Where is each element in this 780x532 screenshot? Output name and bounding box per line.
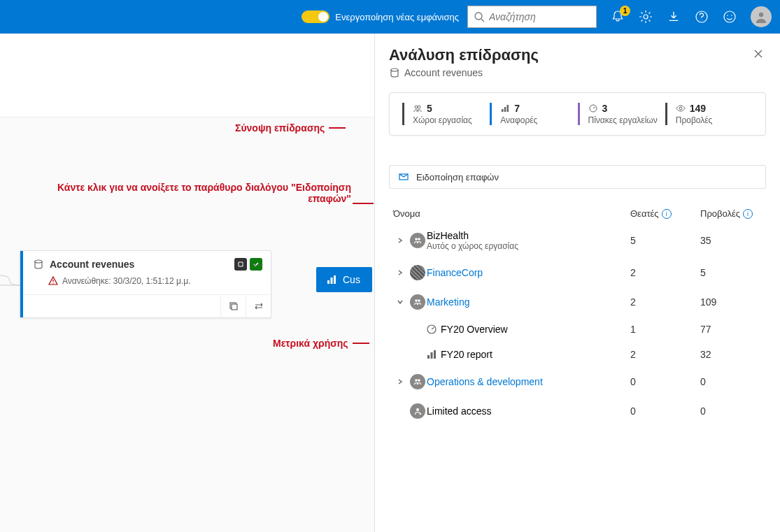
svg-point-23	[679, 107, 682, 110]
search-icon	[474, 11, 485, 22]
row-viewers: 0	[630, 376, 700, 387]
info-icon[interactable]: i	[662, 209, 672, 219]
row-icon	[409, 374, 427, 389]
row-views: 109	[700, 296, 763, 308]
svg-rect-31	[431, 352, 433, 359]
lineage-canvas: Account revenues ··· Ανανεώθηκε: 30/3/20…	[0, 34, 374, 532]
row-viewers: 5	[630, 235, 700, 246]
search-input[interactable]	[489, 11, 590, 22]
info-icon[interactable]: i	[743, 209, 753, 219]
connector-line	[0, 273, 20, 287]
svg-point-26	[418, 238, 420, 240]
svg-point-2	[644, 15, 648, 19]
svg-point-0	[475, 13, 482, 20]
annotation-summary: Σύνοψη επίδρασης	[235, 122, 346, 134]
svg-point-5	[727, 15, 728, 16]
svg-rect-15	[334, 275, 336, 284]
svg-point-8	[35, 260, 42, 263]
row-icon	[423, 324, 441, 335]
row-name: FY20 report	[441, 349, 630, 360]
header-right: 1	[605, 6, 772, 27]
svg-rect-20	[504, 107, 506, 112]
table-row[interactable]: FY20 Overview177	[389, 317, 766, 342]
impact-analysis-panel: Ανάλυση επίδρασης Account revenues 5 Χώρ…	[374, 34, 780, 532]
dashboard-icon	[588, 103, 598, 113]
svg-point-7	[759, 13, 763, 17]
row-viewers: 2	[630, 349, 700, 360]
col-views-header: Προβολέςi	[700, 208, 763, 219]
summary-workspaces: 5 Χώροι εργασίας	[402, 103, 490, 125]
feedback-button[interactable]	[723, 10, 737, 24]
col-name-header: Όνομα	[392, 208, 630, 219]
table-row[interactable]: BizHealthΑυτός ο χώρος εργασίας535	[389, 223, 766, 258]
table-row[interactable]: Marketing2109	[389, 287, 766, 317]
new-look-toggle-wrap: Ενεργοποίηση νέας εμφάνισης	[302, 10, 459, 23]
person-icon	[754, 10, 768, 24]
dataset-card[interactable]: Account revenues ··· Ανανεώθηκε: 30/3/20…	[20, 250, 271, 318]
svg-rect-13	[327, 280, 329, 284]
download-icon	[667, 10, 680, 23]
row-views: 32	[700, 349, 763, 360]
panel-title: Ανάλυση επίδρασης	[389, 46, 539, 64]
col-viewers-header: Θεατέςi	[630, 208, 700, 219]
annotation-metrics: Μετρικά χρήσης	[273, 338, 369, 349]
row-icon	[409, 403, 427, 419]
gear-icon	[639, 10, 653, 24]
expand-chevron[interactable]	[392, 378, 409, 386]
close-button[interactable]	[751, 46, 766, 64]
settings-button[interactable]	[639, 10, 653, 24]
row-views: 35	[700, 235, 763, 246]
svg-point-27	[415, 299, 418, 302]
search-box[interactable]	[467, 6, 597, 28]
row-viewers: 1	[630, 324, 700, 335]
summary-views: 149 Προβολές	[665, 103, 753, 125]
main-area: Account revenues ··· Ανανεώθηκε: 30/3/20…	[0, 34, 780, 532]
expand-chevron[interactable]	[392, 236, 409, 245]
row-name[interactable]: Marketing	[427, 296, 630, 308]
svg-rect-32	[434, 350, 436, 359]
row-icon	[423, 349, 441, 360]
card-footer-copy[interactable]	[220, 295, 246, 317]
card-more-button[interactable]: ···	[253, 258, 264, 271]
report-preview-card[interactable]: Cus	[316, 267, 372, 292]
notify-contacts-button[interactable]: Ειδοποίηση επαφών	[389, 165, 766, 189]
svg-line-1	[481, 19, 484, 22]
table-row[interactable]: FY20 report232	[389, 342, 766, 367]
impact-summary: 5 Χώροι εργασίας 7 Αναφορές 3 Πίνακες ερ…	[389, 92, 766, 136]
svg-rect-30	[427, 355, 430, 359]
help-button[interactable]	[695, 10, 709, 24]
notifications-button[interactable]: 1	[611, 10, 625, 24]
row-name[interactable]: Operations & development	[427, 376, 630, 387]
user-avatar[interactable]	[751, 6, 772, 27]
header-left: Ενεργοποίηση νέας εμφάνισης	[8, 6, 605, 28]
smile-icon	[723, 10, 737, 24]
download-button[interactable]	[667, 10, 681, 24]
svg-rect-12	[232, 304, 237, 310]
panel-subtitle: Account revenues	[389, 67, 539, 78]
report-icon	[500, 103, 510, 113]
summary-reports: 7 Αναφορές	[490, 103, 577, 125]
row-name[interactable]: FinanceCorp	[427, 267, 630, 278]
dataset-icon	[33, 259, 44, 270]
mail-icon	[398, 171, 409, 182]
table-row[interactable]: Limited access00	[389, 396, 766, 426]
table-row[interactable]: FinanceCorp25	[389, 258, 766, 287]
row-viewers: 0	[630, 405, 700, 417]
svg-point-10	[52, 282, 53, 283]
close-icon	[753, 49, 763, 59]
new-look-toggle[interactable]	[302, 10, 329, 23]
expand-chevron[interactable]	[392, 298, 409, 306]
card-refresh-info: Ανανεώθηκε: 30/3/20, 1:51:12 μ.μ.	[20, 273, 271, 294]
table-header: Όνομα Θεατέςi Προβολέςi	[389, 204, 766, 223]
svg-rect-19	[502, 109, 504, 112]
row-viewers: 2	[630, 296, 700, 308]
svg-rect-14	[331, 278, 333, 284]
bar-chart-icon	[326, 274, 337, 285]
row-views: 0	[700, 405, 763, 417]
dataset-card-title: Account revenues	[50, 259, 229, 270]
table-row[interactable]: Operations & development00	[389, 367, 766, 396]
expand-chevron[interactable]	[392, 268, 409, 277]
card-footer-swap[interactable]	[246, 295, 271, 317]
svg-rect-21	[507, 105, 509, 112]
svg-point-35	[416, 408, 419, 411]
